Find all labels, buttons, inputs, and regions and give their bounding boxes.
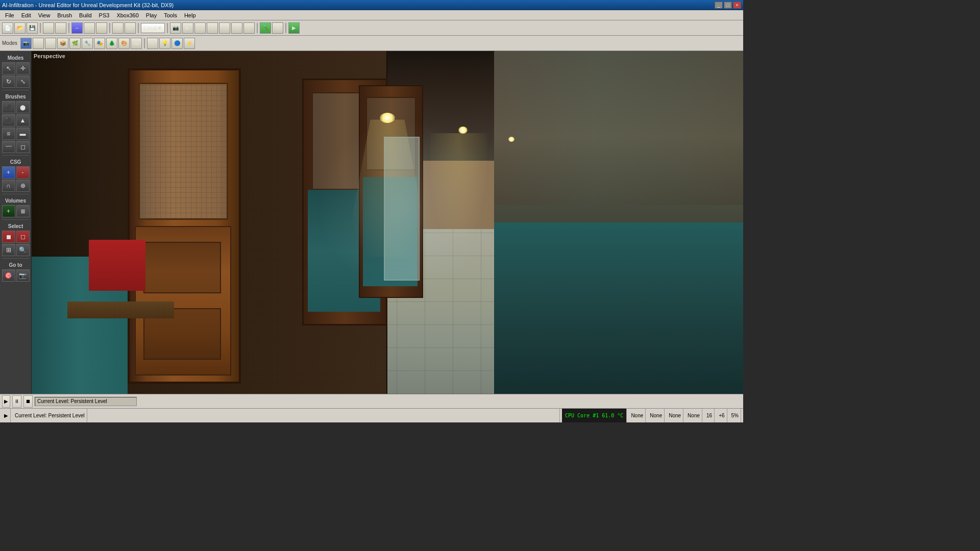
wood-inset-1 <box>143 242 220 293</box>
menu-view[interactable]: View <box>35 12 54 19</box>
separator-5 <box>167 23 168 33</box>
prefab-mode-btn[interactable]: 🔧 <box>82 38 93 49</box>
redo-button[interactable]: ↪ <box>55 22 66 34</box>
open-button[interactable]: 📂 <box>14 22 26 34</box>
rotation-snap[interactable]: +6 <box>717 409 727 422</box>
new-button[interactable]: 📄 <box>2 22 13 34</box>
cylinder-brush-icon[interactable]: ⚫ <box>2 114 15 127</box>
sel-by-type-icon[interactable]: 🔍 <box>16 244 30 256</box>
csg-int-icon[interactable]: ∩ <box>2 180 15 192</box>
stop-btn-bottom[interactable]: ⏹ <box>23 395 33 408</box>
goto-actor-icon[interactable]: 🎯 <box>2 269 15 282</box>
pause-btn-bottom[interactable]: ⏸ <box>12 395 21 408</box>
scale-mode-icon[interactable]: ⤡ <box>16 76 30 88</box>
sphere-brush-icon[interactable]: ⬤ <box>16 101 30 113</box>
separator-6 <box>257 23 258 33</box>
menu-brush[interactable]: Brush <box>54 12 75 19</box>
bsp-btn[interactable]: B <box>147 38 158 49</box>
minimize-button[interactable]: _ <box>715 2 723 9</box>
none3: None <box>667 409 683 422</box>
top-btn[interactable]: T <box>207 22 218 34</box>
decal-mode-btn[interactable]: 🎭 <box>94 38 105 49</box>
vol-add-icon[interactable]: + <box>2 205 15 217</box>
sheet-brush-icon[interactable]: ▬ <box>16 128 30 140</box>
red-chair <box>89 240 146 291</box>
physics-btn[interactable]: ⚡ <box>184 38 195 49</box>
realtime-btn[interactable]: ▶ <box>182 22 193 34</box>
modes-icons-row2: ↻ ⤡ <box>1 76 30 88</box>
save-button[interactable]: 💾 <box>27 22 38 34</box>
speed-tree-mode-btn[interactable]: 🌲 <box>106 38 117 49</box>
persp-btn[interactable]: P <box>243 22 255 34</box>
side-btn[interactable]: S <box>231 22 242 34</box>
undo-button[interactable]: ↩ <box>43 22 54 34</box>
cone-brush-icon[interactable]: ▲ <box>16 114 30 127</box>
goto-section-label: Go to <box>1 262 30 268</box>
scale-snap[interactable]: 5% <box>729 409 741 422</box>
coord-dropdown[interactable]: Local ▼ <box>141 23 165 33</box>
brush-icons-1: ⬛ ⬤ <box>1 101 30 113</box>
invert-sel-icon[interactable]: ⊞ <box>2 244 15 256</box>
current-level-bar: Current Level: Persistent Level <box>35 397 137 406</box>
snap-button[interactable]: ⊞ <box>112 22 124 34</box>
cpu-indicator: CPU Core #1 61.0 °C <box>562 409 627 422</box>
paint-mode-btn[interactable]: 🎨 <box>118 38 130 49</box>
goto-camera-icon[interactable]: 📷 <box>16 269 30 282</box>
landscape-mode-btn[interactable]: ⛰ <box>131 38 142 49</box>
select-mode-icon[interactable]: ↖ <box>2 62 15 74</box>
csg-section-label: CSG <box>1 159 30 165</box>
window-controls[interactable]: _ □ × <box>715 2 741 9</box>
viewport[interactable]: Perspective <box>32 51 743 394</box>
wire-mesh <box>140 84 227 218</box>
cube-brush-icon[interactable]: ⬛ <box>2 101 15 113</box>
vol-list-icon[interactable]: ≣ <box>16 205 30 217</box>
grid-size[interactable]: 16 <box>704 409 715 422</box>
main-layout: Modes ↖ ✛ ↻ ⤡ Brushes ⬛ ⬤ ⚫ ▲ ≡ ▬ 〰 ◻ CS… <box>0 51 743 394</box>
terrain-mode-btn[interactable]: 🗺 <box>45 38 56 49</box>
csg-deint-icon[interactable]: ⊕ <box>16 180 30 192</box>
translate-button[interactable]: ↔ <box>71 22 83 34</box>
menu-play[interactable]: Play <box>143 12 160 19</box>
grid-button[interactable]: ⊟ <box>125 22 136 34</box>
vol-brush-icon[interactable]: ◻ <box>16 141 30 153</box>
build-all-btn[interactable]: ⚙ <box>272 22 283 34</box>
select-icons-2: ⊞ 🔍 <box>1 244 30 256</box>
right-upper-grunge <box>494 51 743 222</box>
camera-mode-btn[interactable]: 📷 <box>20 38 32 49</box>
left-sidebar: Modes ↖ ✛ ↻ ⤡ Brushes ⬛ ⬤ ⚫ ▲ ≡ ▬ 〰 ◻ CS… <box>0 51 32 394</box>
lighting-btn[interactable]: 💡 <box>159 38 170 49</box>
geometry-mode-btn[interactable]: ⬡ <box>33 38 44 49</box>
foliage-mode-btn[interactable]: 🌿 <box>69 38 81 49</box>
select-none-icon[interactable]: ◻ <box>16 231 30 243</box>
terrain-brush-icon[interactable]: 〰 <box>2 141 15 153</box>
fullscreen-btn[interactable]: ⛶ <box>194 22 206 34</box>
menu-tools[interactable]: Tools <box>161 12 180 19</box>
pathfinding-btn[interactable]: 🔵 <box>172 38 183 49</box>
camera-btn[interactable]: 📷 <box>170 22 181 34</box>
static-mode-btn[interactable]: 📦 <box>57 38 68 49</box>
csg-icons-1: + - <box>1 166 30 179</box>
menu-xbox360[interactable]: Xbox360 <box>113 12 141 19</box>
rotate-mode-icon[interactable]: ↻ <box>2 76 15 88</box>
play-btn-bottom[interactable]: ▶ <box>2 395 10 408</box>
menu-file[interactable]: File <box>2 12 17 19</box>
menu-build[interactable]: Build <box>76 12 94 19</box>
csg-sub-icon[interactable]: - <box>16 166 30 179</box>
menu-ps3[interactable]: PS3 <box>96 12 113 19</box>
select-all-icon[interactable]: ◼ <box>2 231 15 243</box>
csg-icons-2: ∩ ⊕ <box>1 180 30 192</box>
separator-1 <box>40 23 41 33</box>
csg-add-icon[interactable]: + <box>2 166 15 179</box>
maximize-button[interactable]: □ <box>724 2 732 9</box>
close-button[interactable]: × <box>733 2 741 9</box>
separator-7 <box>285 23 286 33</box>
scale-button[interactable]: ⤡ <box>96 22 107 34</box>
move-mode-icon[interactable]: ✛ <box>16 62 30 74</box>
front-btn[interactable]: F <box>219 22 230 34</box>
build-btn[interactable]: 🔨 <box>260 22 271 34</box>
rotate-button[interactable]: ↻ <box>84 22 95 34</box>
menu-edit[interactable]: Edit <box>18 12 34 19</box>
play-btn[interactable]: ▶ <box>288 22 300 34</box>
stair-brush-icon[interactable]: ≡ <box>2 128 15 140</box>
menu-help[interactable]: Help <box>181 12 199 19</box>
